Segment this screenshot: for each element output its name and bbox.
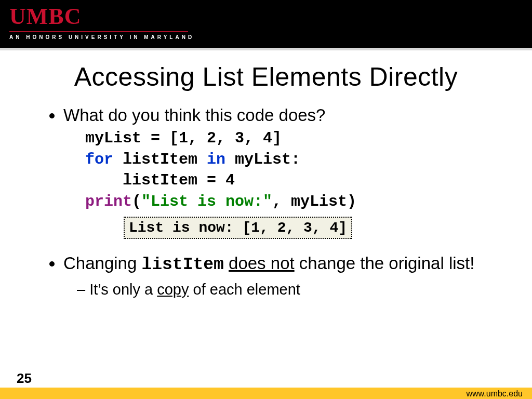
output-wrap: List is now: [1, 2, 3, 4] bbox=[124, 215, 501, 239]
b2-code: listItem bbox=[141, 255, 223, 274]
code-l2-mid: listItem bbox=[113, 151, 207, 168]
sub-bullet: It’s only a copy of each element bbox=[77, 280, 501, 299]
b2-mid bbox=[224, 254, 229, 273]
kw-for: for bbox=[85, 151, 113, 168]
bullet-question: What do you think this code does? myList… bbox=[63, 104, 501, 239]
code-line-2: for listItem in myList: bbox=[85, 149, 501, 170]
b2-pre: Changing bbox=[63, 254, 141, 273]
code-l2-end: myList: bbox=[225, 151, 300, 168]
bullet-question-text: What do you think this code does? bbox=[63, 105, 325, 125]
kw-in: in bbox=[207, 151, 225, 168]
footer-url: www.umbc.edu bbox=[467, 389, 523, 398]
sub-copy: copy bbox=[157, 281, 189, 298]
sub-pre: It’s only a bbox=[89, 281, 157, 298]
code-l4-str: "List is now:" bbox=[141, 193, 272, 210]
b2-post: change the original list! bbox=[295, 254, 475, 273]
logo-divider bbox=[9, 31, 188, 32]
code-line-4: print("List is now:", myList) bbox=[85, 191, 501, 212]
code-l4-open: ( bbox=[132, 193, 141, 210]
slide-body: What do you think this code does? myList… bbox=[0, 92, 532, 299]
logo-text: UMBC bbox=[9, 5, 194, 28]
header-stripe bbox=[0, 48, 532, 50]
sub-post: of each element bbox=[189, 281, 300, 298]
footer-bar: www.umbc.edu bbox=[0, 388, 532, 399]
slide-title: Accessing List Elements Directly bbox=[0, 62, 532, 92]
slide-header: UMBC AN HONORS UNIVERSITY IN MARYLAND bbox=[0, 0, 532, 48]
code-output: List is now: [1, 2, 3, 4] bbox=[124, 217, 352, 239]
umbc-logo: UMBC AN HONORS UNIVERSITY IN MARYLAND bbox=[9, 5, 194, 40]
sub-list: It’s only a copy of each element bbox=[63, 280, 501, 299]
code-line-3: listItem = 4 bbox=[85, 170, 501, 191]
bullet-explain: Changing listItem does not change the or… bbox=[63, 252, 501, 299]
code-line-1: myList = [1, 2, 3, 4] bbox=[85, 128, 501, 149]
kw-print: print bbox=[85, 193, 132, 210]
b2-doesnot: does not bbox=[229, 254, 295, 273]
code-block: myList = [1, 2, 3, 4] for listItem in my… bbox=[85, 128, 501, 212]
logo-tagline: AN HONORS UNIVERSITY IN MARYLAND bbox=[9, 34, 194, 40]
code-l4-rest: , myList) bbox=[272, 193, 356, 210]
bullet-list: What do you think this code does? myList… bbox=[51, 104, 501, 299]
slide: UMBC AN HONORS UNIVERSITY IN MARYLAND Ac… bbox=[0, 0, 532, 399]
page-number: 25 bbox=[17, 370, 32, 387]
